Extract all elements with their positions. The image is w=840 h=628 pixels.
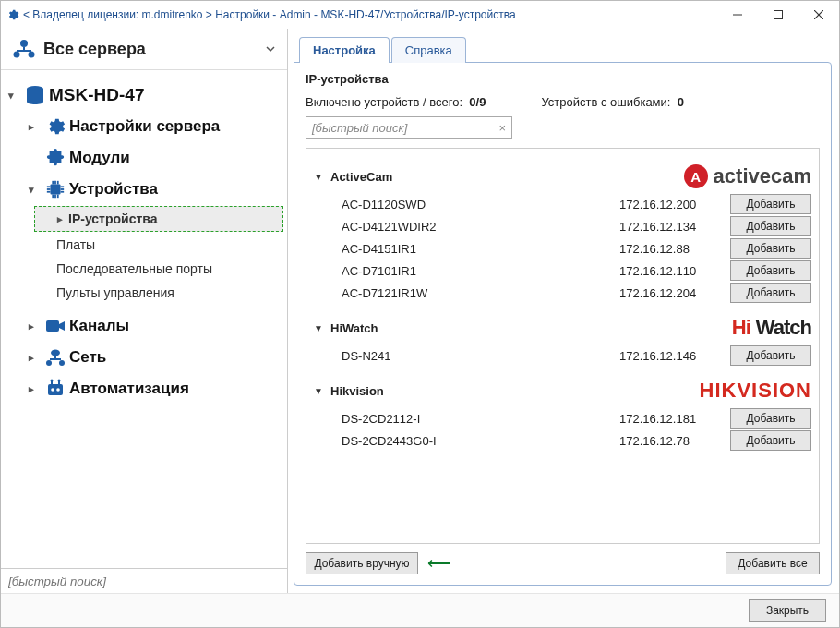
tab-help[interactable]: Справка bbox=[391, 37, 466, 63]
tab-bar: Настройка Справка bbox=[294, 34, 832, 62]
minimize-button[interactable] bbox=[717, 1, 758, 29]
add-all-button[interactable]: Добавить все bbox=[726, 552, 820, 574]
sidebar-item-automation[interactable]: ▸ Автоматизация bbox=[1, 373, 287, 405]
device-group: ▼HikvisionHIKVISIONDS-2CD2112-I172.16.12… bbox=[314, 374, 811, 452]
device-model: AC-D1120SWD bbox=[342, 198, 619, 211]
svg-point-26 bbox=[51, 388, 54, 392]
group-name: Hikvision bbox=[330, 384, 384, 398]
sidebar-item-modules[interactable]: Модули bbox=[1, 142, 287, 174]
add-manually-button[interactable]: Добавить вручную bbox=[306, 552, 418, 574]
caret-right-icon: ▸ bbox=[21, 383, 42, 395]
svg-point-22 bbox=[51, 350, 60, 356]
device-row: AC-D4121WDIR2172.16.12.134Добавить bbox=[314, 215, 811, 237]
settings-tab-pane: IP-устройства Включено устройств / всего… bbox=[294, 62, 832, 586]
chip-icon bbox=[42, 179, 69, 199]
footer: Закрыть bbox=[1, 593, 839, 627]
add-device-button[interactable]: Добавить bbox=[730, 345, 811, 366]
svg-point-30 bbox=[51, 380, 54, 382]
sidebar-item-control-panels[interactable]: Пульты управления bbox=[1, 281, 287, 305]
sidebar-item-devices[interactable]: ▾ Устройства bbox=[1, 174, 287, 205]
arrow-left-icon: ⟵ bbox=[427, 553, 450, 574]
sidebar-item-ip-devices[interactable]: ▸ IP-устройства bbox=[34, 206, 283, 232]
sidebar-item-server-settings[interactable]: ▸ Настройки сервера bbox=[1, 111, 287, 142]
device-model: AC-D4151IR1 bbox=[342, 242, 619, 256]
device-model: DS-2CD2112-I bbox=[342, 412, 619, 426]
sidebar-item-serial-ports[interactable]: Последовательные порты bbox=[1, 257, 287, 281]
sidebar: Все сервера ▾ MSK-HD-47 ▸ bbox=[1, 29, 288, 593]
sidebar-item-network[interactable]: ▸ Сеть bbox=[1, 342, 287, 373]
device-model: DS-2CD2443G0-I bbox=[342, 434, 619, 448]
group-header[interactable]: ▼ActiveCamAactivecam bbox=[314, 160, 811, 193]
caret-down-icon: ▾ bbox=[1, 90, 21, 102]
puzzle-icon bbox=[42, 148, 69, 168]
tab-settings[interactable]: Настройка bbox=[299, 37, 390, 63]
stats-row: Включено устройств / всего: 0/9 Устройст… bbox=[306, 95, 820, 109]
maximize-button[interactable] bbox=[758, 1, 798, 29]
device-row: AC-D4151IR1172.16.12.88Добавить bbox=[314, 237, 811, 260]
device-ip: 172.16.12.88 bbox=[619, 242, 730, 256]
device-row: AC-D7101IR1172.16.12.110Добавить bbox=[314, 260, 811, 282]
network-icon bbox=[42, 348, 69, 367]
device-row: DS-2CD2112-I172.16.12.181Добавить bbox=[314, 407, 811, 429]
clear-icon[interactable]: × bbox=[498, 121, 506, 135]
svg-point-5 bbox=[14, 52, 20, 58]
triangle-down-icon: ▼ bbox=[314, 323, 330, 333]
group-header[interactable]: ▼HikvisionHIKVISION bbox=[314, 374, 811, 407]
device-model: AC-D4121WDIR2 bbox=[342, 220, 619, 234]
quick-search-placeholder: [быстрый поиск] bbox=[312, 121, 407, 135]
add-device-button[interactable]: Добавить bbox=[730, 430, 811, 451]
add-device-button[interactable]: Добавить bbox=[730, 283, 811, 303]
errors-count: 0 bbox=[678, 95, 684, 109]
svg-rect-8 bbox=[51, 185, 61, 195]
chevron-down-icon[interactable] bbox=[265, 43, 276, 54]
svg-point-31 bbox=[58, 380, 61, 382]
close-dialog-button[interactable]: Закрыть bbox=[749, 599, 826, 622]
device-ip: 172.16.12.110 bbox=[619, 264, 730, 278]
caret-right-icon: ▸ bbox=[21, 121, 42, 133]
svg-point-24 bbox=[59, 360, 65, 366]
device-list[interactable]: ▼ActiveCamAactivecamAC-D1120SWD172.16.12… bbox=[306, 148, 820, 544]
caret-right-icon: ▸ bbox=[57, 213, 63, 225]
sidebar-item-channels[interactable]: ▸ Каналы bbox=[1, 310, 287, 342]
add-device-button[interactable]: Добавить bbox=[730, 238, 811, 259]
network-icon bbox=[12, 39, 36, 59]
svg-point-4 bbox=[20, 40, 28, 47]
window-title: < Владелец лицензии: m.dmitrenko > Настр… bbox=[23, 8, 717, 21]
add-device-button[interactable]: Добавить bbox=[730, 194, 811, 214]
triangle-down-icon: ▼ bbox=[314, 172, 330, 182]
camera-icon bbox=[42, 318, 69, 334]
app-window: < Владелец лицензии: m.dmitrenko > Настр… bbox=[0, 0, 840, 628]
group-name: ActiveCam bbox=[330, 170, 392, 184]
device-ip: 172.16.12.134 bbox=[619, 220, 730, 234]
device-group: ▼HiWatchHiWatchDS-N241172.16.12.146Добав… bbox=[314, 311, 811, 367]
gear-icon bbox=[6, 8, 19, 21]
svg-rect-21 bbox=[46, 320, 59, 332]
close-button[interactable] bbox=[798, 1, 839, 29]
svg-rect-1 bbox=[774, 11, 783, 19]
sidebar-search-input[interactable] bbox=[1, 569, 287, 593]
device-row: AC-D7121IR1W172.16.12.204Добавить bbox=[314, 282, 811, 304]
svg-point-27 bbox=[56, 388, 60, 392]
device-model: DS-N241 bbox=[342, 349, 619, 363]
main-pane: Настройка Справка IP-устройства Включено… bbox=[288, 29, 839, 593]
device-ip: 172.16.12.78 bbox=[619, 434, 730, 448]
device-row: DS-N241172.16.12.146Добавить bbox=[314, 344, 811, 367]
device-ip: 172.16.12.204 bbox=[619, 286, 730, 300]
quick-search[interactable]: [быстрый поиск] × bbox=[306, 116, 512, 139]
device-row: AC-D1120SWD172.16.12.200Добавить bbox=[314, 193, 811, 215]
all-servers-header[interactable]: Все сервера bbox=[1, 29, 287, 69]
server-tree: ▾ MSK-HD-47 ▸ Настройки сервера bbox=[1, 69, 287, 568]
database-icon bbox=[21, 85, 49, 105]
svg-point-6 bbox=[29, 52, 35, 58]
device-model: AC-D7121IR1W bbox=[342, 286, 619, 300]
sidebar-search[interactable] bbox=[1, 568, 287, 593]
add-device-button[interactable]: Добавить bbox=[730, 216, 811, 236]
add-device-button[interactable]: Добавить bbox=[730, 260, 811, 281]
server-node[interactable]: ▾ MSK-HD-47 bbox=[1, 79, 287, 111]
add-device-button[interactable]: Добавить bbox=[730, 408, 811, 429]
group-header[interactable]: ▼HiWatchHiWatch bbox=[314, 311, 811, 344]
robot-icon bbox=[42, 379, 69, 399]
sidebar-item-boards[interactable]: Платы bbox=[1, 233, 287, 257]
titlebar: < Владелец лицензии: m.dmitrenko > Настр… bbox=[1, 1, 839, 29]
device-row: DS-2CD2443G0-I172.16.12.78Добавить bbox=[314, 429, 811, 452]
